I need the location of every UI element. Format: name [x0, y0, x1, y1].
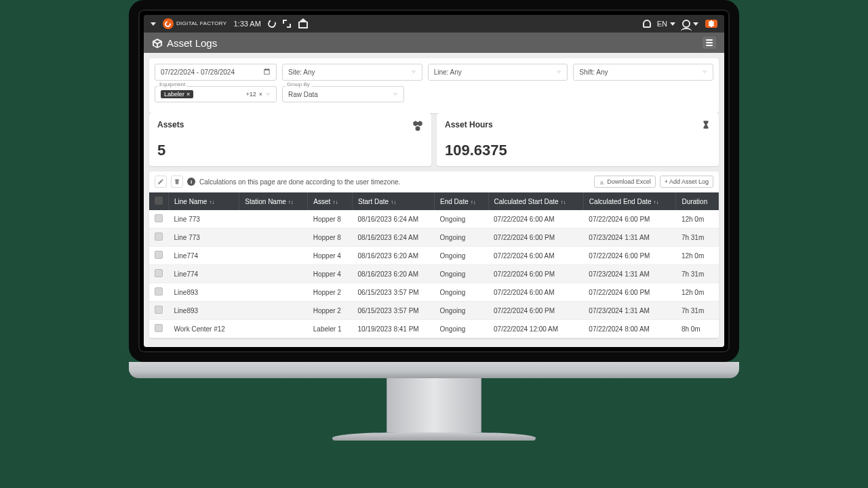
package-icon [152, 38, 161, 47]
date-range-value: 07/22/2024 - 07/28/2024 [161, 68, 235, 76]
language-selector[interactable]: EN [657, 20, 675, 28]
col-end-date[interactable]: End Date↑↓ [435, 192, 488, 210]
equipment-chip[interactable]: Labeler × [161, 90, 193, 98]
dropdown-icon[interactable] [151, 22, 156, 26]
cell-calc-end: 07/22/2024 6:00 PM [583, 247, 676, 265]
cell-station [239, 247, 308, 265]
cell-start: 08/16/2023 6:20 AM [353, 247, 435, 265]
user-menu[interactable] [682, 20, 698, 28]
groupby-filter-value: Raw Data [288, 91, 318, 98]
brand-logo[interactable]: DIGITAL FACTORY [163, 18, 226, 29]
page-menu-button[interactable] [703, 37, 716, 49]
cell-duration: 12h 0m [676, 247, 719, 265]
stats-row: Assets 5 Asset Hours 109.6375 [149, 113, 719, 166]
groupby-filter[interactable]: Group By Raw Data [282, 86, 404, 102]
shift-filter[interactable]: Shift: Any [573, 64, 713, 81]
cell-station [239, 302, 308, 320]
col-calc-start[interactable]: Calculated Start Date↑↓ [488, 192, 583, 210]
topbar: DIGITAL FACTORY 1:33 AM EN [144, 15, 724, 33]
delete-button[interactable] [171, 176, 183, 188]
cell-asset: Hopper 8 [308, 210, 353, 228]
select-all-header[interactable] [149, 192, 169, 210]
hours-stat-card: Asset Hours 109.6375 [437, 113, 719, 166]
logs-table: Line Name↑↓ Station Name↑↓ Asset↑↓ Start… [149, 192, 719, 338]
cell-line: Line774 [169, 247, 239, 265]
line-filter[interactable]: Line: Any [428, 64, 568, 81]
edit-button[interactable] [155, 176, 167, 188]
settings-button[interactable] [705, 20, 717, 28]
assets-stat-value: 5 [157, 142, 423, 159]
cell-asset: Hopper 8 [308, 228, 353, 247]
equipment-more-count: +12 [245, 91, 256, 98]
date-range-filter[interactable]: 07/22/2024 - 07/28/2024 [155, 64, 277, 81]
table-row[interactable]: Line 773Hopper 808/16/2023 6:24 AMOngoin… [149, 210, 719, 228]
cell-duration: 7h 31m [676, 265, 719, 283]
cell-line: Line893 [169, 302, 239, 320]
table-row[interactable]: Line893Hopper 206/15/2023 3:57 PMOngoing… [149, 302, 719, 320]
sort-icon: ↑↓ [471, 199, 476, 205]
table-row[interactable]: Line 773Hopper 808/16/2023 6:24 AMOngoin… [149, 228, 719, 247]
notifications-icon[interactable] [642, 20, 650, 28]
logs-section: i Calculations on this page are done acc… [149, 171, 719, 338]
add-log-button[interactable]: + Add Asset Log [660, 176, 713, 188]
monitor-bezel: DIGITAL FACTORY 1:33 AM EN [129, 0, 739, 362]
titlebar: Asset Logs [144, 33, 724, 53]
cell-asset: Labeler 1 [308, 320, 353, 338]
col-calc-end[interactable]: Calculated End Date↑↓ [583, 192, 676, 210]
cell-calc-end: 07/23/2024 1:31 AM [583, 228, 676, 247]
chip-remove-icon[interactable]: × [186, 91, 190, 98]
monitor-base [332, 432, 536, 441]
user-icon [682, 20, 690, 28]
row-checkbox[interactable] [149, 228, 169, 247]
monitor-chin [129, 362, 739, 378]
sort-icon: ↑↓ [391, 199, 396, 205]
col-start-date[interactable]: Start Date↑↓ [353, 192, 435, 210]
clock-time: 1:33 AM [233, 20, 260, 28]
cell-calc-start: 07/22/2024 6:00 PM [488, 302, 583, 320]
cell-end: Ongoing [435, 228, 488, 247]
cell-calc-start: 07/22/2024 6:00 AM [488, 283, 583, 302]
row-checkbox[interactable] [149, 247, 169, 265]
chevron-down-icon [393, 93, 398, 96]
table-row[interactable]: Work Center #12Labeler 110/19/2023 8:41 … [149, 320, 719, 338]
site-filter[interactable]: Site: Any [282, 64, 422, 81]
fullscreen-icon[interactable] [283, 20, 291, 28]
cell-start: 08/16/2023 6:24 AM [353, 210, 435, 228]
cell-line: Line 773 [169, 228, 239, 247]
col-line-name[interactable]: Line Name↑↓ [169, 192, 239, 210]
row-checkbox[interactable] [149, 302, 169, 320]
download-excel-label: Download Excel [607, 178, 651, 185]
cell-calc-end: 07/23/2024 1:31 AM [583, 265, 676, 283]
cell-duration: 8h 0m [676, 320, 719, 338]
table-row[interactable]: Line774Hopper 408/16/2023 6:20 AMOngoing… [149, 247, 719, 265]
refresh-icon[interactable] [267, 18, 277, 28]
sort-icon: ↑↓ [209, 199, 214, 205]
brand-name: DIGITAL FACTORY [176, 21, 226, 26]
sort-icon: ↑↓ [288, 199, 294, 205]
monitor-neck [387, 378, 481, 432]
home-icon[interactable] [298, 20, 306, 28]
table-row[interactable]: Line893Hopper 206/15/2023 3:57 PMOngoing… [149, 283, 719, 302]
cell-calc-start: 07/22/2024 6:00 AM [488, 247, 583, 265]
row-checkbox[interactable] [149, 265, 169, 283]
cell-start: 06/15/2023 3:57 PM [353, 302, 435, 320]
cell-calc-start: 07/22/2024 6:00 PM [488, 265, 583, 283]
cell-calc-end: 07/22/2024 6:00 PM [583, 210, 676, 228]
download-excel-button[interactable]: Download Excel [594, 176, 656, 188]
col-asset[interactable]: Asset↑↓ [308, 192, 353, 210]
row-checkbox[interactable] [149, 283, 169, 302]
row-checkbox[interactable] [149, 320, 169, 338]
sort-icon: ↑↓ [561, 199, 566, 205]
groupby-filter-label: Group By [285, 81, 311, 87]
calc-info-text: Calculations on this page are done accor… [199, 178, 400, 186]
equipment-filter[interactable]: Equipment Labeler × +12 × [155, 86, 277, 102]
sort-icon: ↑↓ [654, 199, 659, 205]
chevron-down-icon [265, 93, 271, 96]
row-checkbox[interactable] [149, 210, 169, 228]
cell-line: Line 773 [169, 210, 239, 228]
col-station-name[interactable]: Station Name↑↓ [239, 192, 308, 210]
clear-filter-icon[interactable]: × [259, 91, 262, 98]
cell-end: Ongoing [435, 210, 488, 228]
cell-calc-start: 07/22/2024 12:00 AM [488, 320, 583, 338]
table-row[interactable]: Line774Hopper 408/16/2023 6:20 AMOngoing… [149, 265, 719, 283]
